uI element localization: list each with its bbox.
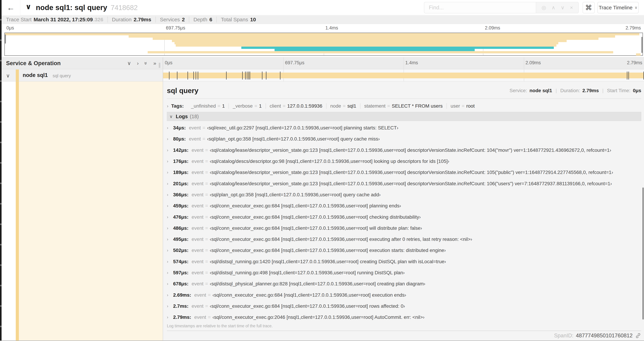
next-match-icon[interactable]: ∨ [561, 5, 564, 10]
log-equals: = [205, 181, 208, 186]
spanid-row: SpanID: 4877749850101760812 [167, 330, 641, 341]
minimap-span-bar [241, 47, 554, 49]
duration-value: 2.79ms [134, 17, 151, 23]
duration-value: 2.79ms [582, 88, 599, 93]
link-icon[interactable] [635, 332, 641, 339]
minimap-canvas[interactable] [4, 33, 643, 56]
column-resizer[interactable]: ∥ [158, 62, 161, 68]
chevron-right-icon: › [167, 315, 173, 320]
log-event-key: event [192, 147, 204, 153]
log-event-key: event [192, 303, 204, 309]
depth-label: Depth [193, 17, 207, 23]
vertical-scrollbar-thumb[interactable] [642, 187, 644, 319]
chevron-right-icon[interactable]: › [167, 103, 168, 109]
trace-start-label: Trace Start [6, 17, 32, 23]
collapse-all-icon[interactable]: » [143, 62, 148, 65]
chevron-right-icon: › [167, 125, 173, 130]
meta-separator: | [601, 88, 604, 93]
log-timestamp: 80μs: [173, 136, 186, 142]
expand-all-icon[interactable]: » [154, 61, 156, 66]
match-target-icon[interactable]: ◎ [542, 5, 546, 10]
log-entry[interactable]: › 2.69ms: event = ‹sql/conn_executor_exe… [167, 289, 641, 300]
summary-total-spans: Total Spans 10 [216, 17, 260, 23]
page-title: node sql1: sql query [36, 4, 107, 12]
log-marker-tick [245, 72, 246, 80]
log-timestamp: 2.7ms: [173, 303, 188, 309]
log-event-value: ‹sql/distsql_running.go:498 [nsql1,clien… [210, 270, 405, 275]
logs-section-header[interactable]: ∨ Logs (18) [167, 112, 641, 121]
log-entry[interactable]: › 486μs: event = ‹sql/conn_executor_exec… [167, 223, 641, 234]
logs-count: (18) [190, 114, 199, 119]
log-event-key: event [192, 181, 204, 186]
span-row-timeline-cell[interactable] [163, 70, 644, 81]
tags-row[interactable]: › Tags: _unfinished = 1 _verbose = [167, 102, 641, 111]
span-duration-bar[interactable] [163, 73, 644, 78]
viewport-drag-handle-left[interactable] [5, 35, 6, 44]
log-event-key: event [194, 314, 206, 320]
log-event-key: event [189, 136, 201, 142]
log-timestamp: 189μs: [173, 170, 188, 175]
span-row[interactable]: ∨ node sql1 sql query [2, 70, 644, 82]
log-entry[interactable]: › 366μs: event = ‹sql/plan_opt.go:358 [n… [167, 189, 641, 200]
log-event-value: ‹sql/conn_executor_exec.go:684 [nsql1,cl… [210, 303, 405, 309]
chevron-right-icon: › [167, 226, 173, 231]
span-row-name-cell[interactable]: ∨ node sql1 sql query [2, 70, 163, 81]
minimap-time-label: 2.79ms [626, 25, 642, 31]
log-entry[interactable]: › 2.7ms: event = ‹sql/conn_executor_exec… [167, 301, 641, 312]
log-entry[interactable]: › 34μs: event = ‹sql/exec_util.go:2297 [… [167, 122, 641, 133]
log-equals: = [205, 281, 208, 287]
viewport-drag-handle-right[interactable] [642, 37, 642, 53]
log-entry[interactable]: › 495μs: event = ‹sql/conn_executor_exec… [167, 234, 641, 245]
log-entry[interactable]: › 201μs: event = ‹sql/catalog/lease/desc… [167, 178, 641, 189]
log-entry[interactable]: › 597μs: event = ‹sql/distsql_running.go… [167, 267, 641, 278]
log-timestamp: 574μs: [173, 259, 188, 264]
timeline-ruler: 0μs697.75μs1.4ms2.09ms2.79ms [163, 57, 644, 69]
ruler-time-label: 0μs [163, 60, 172, 66]
log-marker-tick [193, 72, 194, 80]
log-entry[interactable]: › 2.79ms: event = ‹sql/conn_executor_exe… [167, 312, 641, 323]
minimap-span-bar [176, 44, 556, 47]
log-marker-tick [248, 72, 249, 80]
log-entry[interactable]: › 574μs: event = ‹sql/distsql_running.go… [167, 256, 641, 267]
log-entry[interactable]: › 502μs: event = ‹sql/conn_executor_exec… [167, 245, 641, 256]
log-timestamp: 2.79ms: [173, 314, 191, 320]
keyboard-shortcuts-button[interactable]: ⌘ [582, 2, 595, 13]
trace-collapse-chevron-icon[interactable]: ∨ [26, 3, 31, 11]
tag-item: user = root [446, 103, 478, 109]
collapse-one-icon[interactable]: ∨ [127, 61, 131, 66]
tag-item: client = 127.0.0.1:59936 [266, 103, 326, 109]
chevron-right-icon: › [167, 304, 173, 308]
back-button[interactable]: ← [2, 0, 20, 15]
log-entry[interactable]: › 678μs: event = ‹sql/distsql_physical_p… [167, 278, 641, 289]
chevron-down-icon: ∨ [170, 114, 172, 119]
total-spans-label: Total Spans [221, 17, 248, 23]
tag-equals: = [387, 103, 390, 109]
log-timestamp: 201μs: [173, 181, 188, 186]
span-detail-panel: sql query Service: node sql1 | Duration:… [163, 82, 644, 340]
expand-one-icon[interactable]: › [137, 61, 139, 66]
log-entry[interactable]: › 476μs: event = ‹sql/conn_executor_exec… [167, 211, 641, 222]
log-event-key: event [192, 281, 204, 287]
log-equals: = [205, 147, 208, 153]
log-entry[interactable]: › 80μs: event = ‹sql/plan_opt.go:358 [ns… [167, 133, 641, 145]
log-entry[interactable]: › 459μs: event = ‹sql/conn_executor_exec… [167, 200, 641, 211]
view-type-dropdown[interactable]: Trace Timeline ∨ [598, 2, 639, 13]
log-marker-tick [280, 72, 280, 80]
tag-equals: = [283, 103, 286, 109]
log-event-value: ‹sql/conn_executor_exec.go:684 [nsql1,cl… [210, 225, 422, 231]
prev-match-icon[interactable]: ∧ [552, 5, 555, 10]
trace-header: ← ∨ node sql1: sql query 7418682 ◎ ∧ ∨ ×… [2, 0, 644, 15]
span-collapse-chevron-icon[interactable]: ∨ [6, 73, 10, 79]
log-entry[interactable]: › 176μs: event = ‹sql/catalog/descs/desc… [167, 156, 641, 167]
ruler-time-label: 2.79ms [627, 60, 644, 66]
find-input[interactable] [424, 2, 536, 13]
log-entry[interactable]: › 189μs: event = ‹sql/catalog/lease/desc… [167, 167, 641, 178]
detail-meta: Service: node sql1 | Duration: 2.79ms | … [510, 88, 641, 93]
span-operation-name: sql query [53, 73, 71, 79]
clear-search-icon[interactable]: × [570, 5, 573, 10]
log-marker-tick [242, 72, 243, 80]
log-entry[interactable]: › 142μs: event = ‹sql/catalog/lease/desc… [167, 145, 641, 156]
minimap-span-bar [129, 35, 615, 38]
log-timestamp: 495μs: [173, 236, 188, 242]
minimap-time-label: 1.4ms [324, 25, 338, 31]
